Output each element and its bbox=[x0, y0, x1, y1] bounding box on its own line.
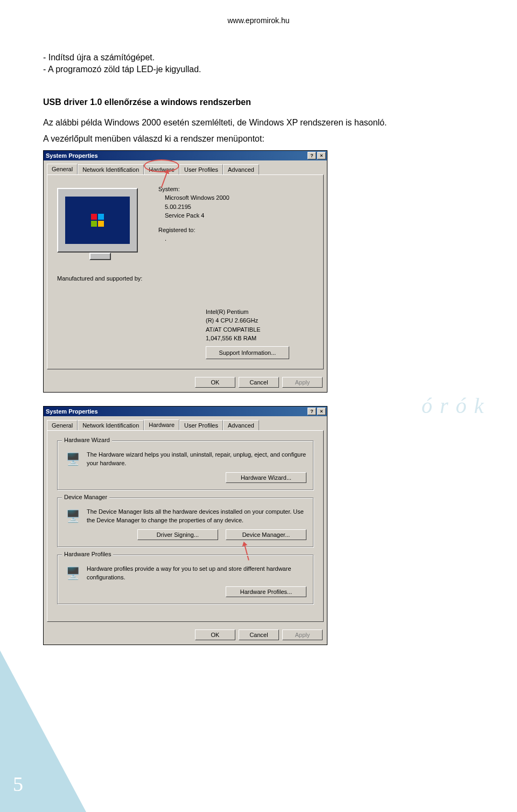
tab-network-identification[interactable]: Network Identification bbox=[78, 164, 144, 175]
system-service-pack: Service Pack 4 bbox=[165, 211, 229, 220]
intro-line-2: - A programozó zöld táp LED-je kigyullad… bbox=[43, 65, 201, 74]
ok-button[interactable]: OK bbox=[195, 377, 235, 388]
help-button[interactable]: ? bbox=[308, 408, 316, 415]
hardware-wizard-group: Hardware Wizard 🖥️ The Hardware wizard h… bbox=[57, 440, 313, 490]
monitor-icon bbox=[57, 188, 138, 253]
manufactured-label: Manufactured and supported by: bbox=[57, 275, 313, 282]
system-properties-dialog-hardware: System Properties ? × General Network Id… bbox=[43, 406, 327, 645]
cpu-line-1: Intel(R) Pentium bbox=[206, 307, 313, 317]
tab-general[interactable]: General bbox=[47, 164, 78, 174]
dialog-title: System Properties bbox=[46, 408, 98, 415]
tab-hardware[interactable]: Hardware bbox=[144, 164, 179, 175]
tab-user-profiles[interactable]: User Profiles bbox=[179, 164, 223, 175]
close-button[interactable]: × bbox=[317, 152, 326, 159]
dialog-title: System Properties bbox=[46, 152, 98, 159]
windows-logo-icon bbox=[91, 214, 104, 227]
intro-line-1: - Indítsd újra a számítógépet. bbox=[43, 53, 155, 62]
device-manager-legend: Device Manager bbox=[62, 494, 109, 500]
registered-label: Registered to: bbox=[158, 226, 229, 235]
hardware-profiles-icon: 🖥️ bbox=[64, 565, 81, 582]
hardware-wizard-legend: Hardware Wizard bbox=[62, 437, 112, 443]
tab-advanced[interactable]: Advanced bbox=[223, 420, 259, 431]
tab-user-profiles[interactable]: User Profiles bbox=[179, 420, 223, 431]
page-number: 5 bbox=[13, 772, 23, 796]
driver-signing-button[interactable]: Driver Signing... bbox=[137, 529, 218, 540]
cancel-button[interactable]: Cancel bbox=[239, 377, 279, 388]
titlebar: System Properties ? × bbox=[44, 151, 327, 160]
intro-text: - Indítsd újra a számítógépet. - A progr… bbox=[43, 52, 474, 76]
system-label: System: bbox=[158, 185, 229, 194]
hardware-profiles-text: Hardware profiles provide a way for you … bbox=[87, 565, 306, 582]
help-button[interactable]: ? bbox=[308, 152, 316, 159]
device-manager-text: The Device Manager lists all the hardwar… bbox=[87, 508, 306, 524]
tabstrip: General Network Identification Hardware … bbox=[44, 416, 327, 430]
device-manager-button[interactable]: Device Manager... bbox=[226, 529, 306, 540]
tabstrip: General Network Identification Hardware … bbox=[44, 160, 327, 174]
registered-value: . bbox=[158, 234, 229, 243]
compat-line: AT/AT COMPATIBLE bbox=[206, 325, 313, 334]
tab-network-identification[interactable]: Network Identification bbox=[78, 420, 144, 431]
ram-line: 1,047,556 KB RAM bbox=[206, 334, 313, 343]
cpu-line-2: (R) 4 CPU 2.66GHz bbox=[206, 316, 313, 325]
system-properties-dialog-general: System Properties ? × General Network Id… bbox=[43, 150, 327, 393]
section-heading: USB driver 1.0 ellenőrzése a windows ren… bbox=[43, 97, 474, 107]
system-info: System: Microsoft Windows 2000 5.00.2195… bbox=[158, 185, 229, 260]
device-manager-group: Device Manager 🖥️ The Device Manager lis… bbox=[57, 498, 313, 547]
tab-hardware[interactable]: Hardware bbox=[144, 419, 179, 430]
section-desc-2: A vezérlőpult menüben válaszd ki a rends… bbox=[43, 134, 474, 144]
tab-body-general: System: Microsoft Windows 2000 5.00.2195… bbox=[47, 174, 324, 370]
hardware-wizard-button[interactable]: Hardware Wizard... bbox=[226, 472, 306, 483]
titlebar: System Properties ? × bbox=[44, 407, 327, 416]
tab-advanced[interactable]: Advanced bbox=[223, 164, 259, 175]
section-desc-1: Az alábbi példa Windows 2000 esetén szem… bbox=[43, 118, 474, 128]
apply-button[interactable]: Apply bbox=[282, 377, 323, 388]
hardware-wizard-icon: 🖥️ bbox=[64, 451, 81, 468]
hardware-wizard-text: The Hardware wizard helps you install, u… bbox=[87, 451, 306, 467]
tab-body-hardware: Hardware Wizard 🖥️ The Hardware wizard h… bbox=[47, 430, 324, 622]
close-button[interactable]: × bbox=[317, 408, 326, 415]
support-information-button[interactable]: Support Information... bbox=[206, 346, 289, 360]
apply-button[interactable]: Apply bbox=[282, 629, 323, 640]
system-version: 5.00.2195 bbox=[165, 202, 229, 212]
device-manager-icon: 🖥️ bbox=[64, 508, 81, 525]
hardware-profiles-group: Hardware Profiles 🖥️ Hardware profiles p… bbox=[57, 555, 313, 604]
page-url: www.epromirok.hu bbox=[43, 16, 474, 25]
system-os: Microsoft Windows 2000 bbox=[165, 193, 229, 202]
cancel-button[interactable]: Cancel bbox=[239, 629, 279, 640]
tab-general[interactable]: General bbox=[47, 420, 78, 431]
ok-button[interactable]: OK bbox=[195, 629, 235, 640]
watermark-text: ó r ó k bbox=[422, 393, 485, 418]
hardware-profiles-legend: Hardware Profiles bbox=[62, 551, 113, 557]
hardware-profiles-button[interactable]: Hardware Profiles... bbox=[226, 586, 306, 597]
